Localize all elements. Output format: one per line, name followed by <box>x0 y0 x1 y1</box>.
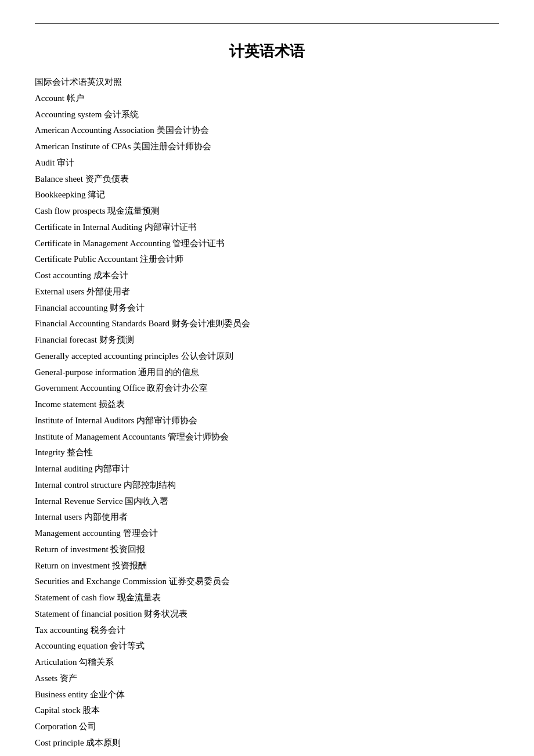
list-item: American Accounting Association 美国会计协会 <box>35 123 499 139</box>
list-item: American Institute of CPAs 美国注册会计师协会 <box>35 139 499 155</box>
list-item: Assets 资产 <box>35 671 499 687</box>
term-list: 国际会计术语英汉对照Account 帐户Accounting system 会计… <box>35 74 499 751</box>
list-item: Business entity 企业个体 <box>35 687 499 703</box>
page-title: 计英语术语 <box>35 41 499 62</box>
list-item: Government Accounting Office 政府会计办公室 <box>35 380 499 397</box>
list-item: Audit 审计 <box>35 155 499 171</box>
list-item: Income statement 损益表 <box>35 397 499 413</box>
list-item: Corporation 公司 <box>35 719 499 735</box>
list-item: Account 帐户 <box>35 91 499 107</box>
list-item: 国际会计术语英汉对照 <box>35 74 499 91</box>
list-item: Internal control structure 内部控制结构 <box>35 477 499 494</box>
list-item: Financial forecast 财务预测 <box>35 332 499 348</box>
list-item: Accounting equation 会计等式 <box>35 638 499 654</box>
list-item: Cash flow prospects 现金流量预测 <box>35 203 499 219</box>
list-item: Financial accounting 财务会计 <box>35 300 499 316</box>
list-item: Internal auditing 内部审计 <box>35 461 499 477</box>
list-item: Management accounting 管理会计 <box>35 525 499 542</box>
list-item: Accounting system 会计系统 <box>35 107 499 123</box>
list-item: Certificate Public Accountant 注册会计师 <box>35 251 499 268</box>
top-divider <box>35 23 499 24</box>
page-container: 计英语术语 国际会计术语英汉对照Account 帐户Accounting sys… <box>0 0 534 756</box>
list-item: Institute of Management Accountants 管理会计… <box>35 429 499 445</box>
list-item: Bookkeepking 簿记 <box>35 187 499 203</box>
list-item: Cost accounting 成本会计 <box>35 268 499 284</box>
list-item: Balance sheet 资产负债表 <box>35 171 499 188</box>
list-item: Return on investment 投资报酬 <box>35 558 499 574</box>
list-item: Cost principle 成本原则 <box>35 735 499 751</box>
list-item: Capital stock 股本 <box>35 703 499 719</box>
list-item: Articulation 勾稽关系 <box>35 654 499 671</box>
list-item: Return of investment 投资回报 <box>35 542 499 558</box>
list-item: Integrity 整合性 <box>35 445 499 461</box>
list-item: Statement of financial position 财务状况表 <box>35 606 499 622</box>
list-item: Statement of cash flow 现金流量表 <box>35 590 499 606</box>
list-item: Internal Revenue Service 国内收入署 <box>35 494 499 510</box>
list-item: Tax accounting 税务会计 <box>35 622 499 639</box>
list-item: External users 外部使用者 <box>35 284 499 300</box>
list-item: Financial Accounting Standards Board 财务会… <box>35 316 499 332</box>
list-item: Certificate in Management Accounting 管理会… <box>35 236 499 252</box>
list-item: Generally accepted accounting principles… <box>35 348 499 365</box>
list-item: Institute of Internal Auditors 内部审计师协会 <box>35 413 499 429</box>
list-item: Securities and Exchange Commission 证券交易委… <box>35 574 499 590</box>
list-item: Internal users 内部使用者 <box>35 509 499 525</box>
list-item: General-purpose information 通用目的的信息 <box>35 365 499 381</box>
list-item: Certificate in Internal Auditing 内部审计证书 <box>35 219 499 236</box>
